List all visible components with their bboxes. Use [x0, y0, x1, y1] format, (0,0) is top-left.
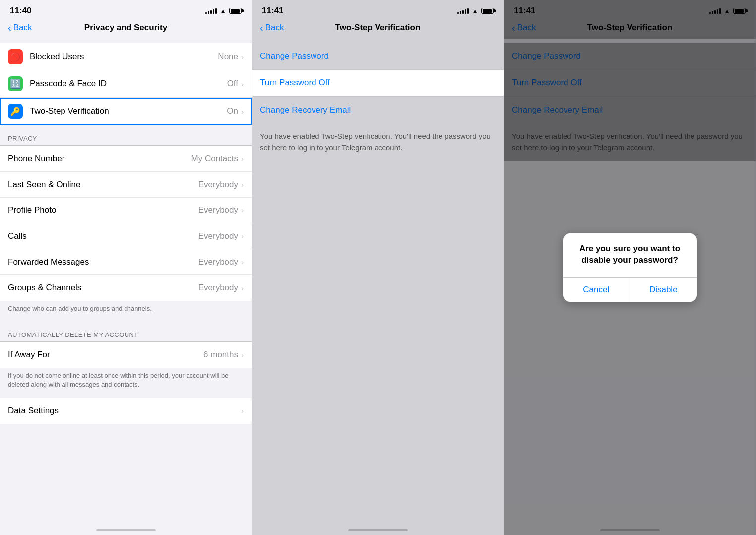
dialog-title: Are you sure you want to disable your pa…	[571, 243, 689, 265]
battery-icon-1	[229, 8, 242, 14]
two-step-chevron: ›	[241, 107, 244, 116]
groups-channels-chevron: ›	[241, 284, 244, 292]
two-step-item[interactable]: 🔑 Two-Step Verification On ›	[0, 98, 252, 125]
last-seen-label: Last Seen & Online	[8, 180, 198, 190]
data-settings-section: Data Settings ›	[0, 398, 252, 424]
back-chevron-2: ‹	[260, 23, 263, 33]
calls-label: Calls	[8, 231, 198, 241]
blocked-users-value: None	[218, 52, 238, 62]
forwarded-messages-item[interactable]: Forwarded Messages Everybody ›	[0, 249, 252, 275]
cancel-button[interactable]: Cancel	[563, 278, 630, 302]
calls-value: Everybody	[198, 231, 238, 241]
groups-channels-item[interactable]: Groups & Channels Everybody ›	[0, 275, 252, 301]
security-section: 🚫 Blocked Users None › 🔢 Passcode & Face…	[0, 43, 252, 125]
wifi-icon-1: ▲	[220, 7, 226, 15]
panel-two-step-2: 11:41 ▲ ‹	[504, 0, 756, 535]
last-seen-chevron: ›	[241, 180, 244, 189]
dialog-buttons: Cancel Disable	[563, 277, 697, 302]
change-recovery-email-item-1[interactable]: Change Recovery Email	[252, 96, 504, 123]
if-away-for-item[interactable]: If Away For 6 months ›	[0, 342, 252, 368]
last-seen-item[interactable]: Last Seen & Online Everybody ›	[0, 172, 252, 198]
panel-two-step-1: 11:41 ▲ ‹ Back Two-Step	[252, 0, 504, 535]
panel-privacy-security: 11:40 ▲ ‹ Back Privacy a	[0, 0, 252, 535]
change-password-label-1: Change Password	[260, 51, 329, 61]
change-recovery-email-label-1: Change Recovery Email	[260, 105, 351, 115]
status-bar-2: 11:41 ▲	[252, 0, 504, 19]
dialog-body: Are you sure you want to disable your pa…	[563, 233, 697, 277]
two-step-label: Two-Step Verification	[30, 106, 227, 116]
tsv-info-1: You have enabled Two-Step verification. …	[252, 123, 504, 161]
nav-bar-2: ‹ Back Two-Step Verification	[252, 19, 504, 39]
auto-delete-section: If Away For 6 months ›	[0, 341, 252, 368]
time-1: 11:40	[10, 6, 31, 16]
home-indicator-3	[600, 529, 660, 531]
dialog-overlay: Are you sure you want to disable your pa…	[504, 0, 756, 535]
two-step-icon: 🔑	[8, 104, 23, 119]
groups-channels-value: Everybody	[198, 283, 238, 293]
groups-channels-label: Groups & Channels	[8, 283, 198, 293]
status-icons-2: ▲	[457, 7, 494, 15]
blocked-users-item[interactable]: 🚫 Blocked Users None ›	[0, 43, 252, 70]
home-indicator-1	[96, 529, 156, 531]
if-away-for-label: If Away For	[8, 350, 203, 360]
turn-password-off-item-1[interactable]: Turn Password Off	[252, 69, 504, 96]
profile-photo-label: Profile Photo	[8, 205, 198, 215]
blocked-users-icon: 🚫	[8, 49, 23, 64]
nav-title-2: Two-Step Verification	[335, 23, 421, 33]
auto-delete-header: AUTOMATICALLY DELETE MY ACCOUNT	[0, 321, 252, 341]
calls-item[interactable]: Calls Everybody ›	[0, 223, 252, 249]
back-label-2: Back	[265, 23, 284, 33]
status-icons-1: ▲	[205, 7, 242, 15]
back-button-1[interactable]: ‹ Back	[8, 23, 32, 33]
tsv-menu-1: Change Password Turn Password Off Change…	[252, 43, 504, 123]
forwarded-messages-label: Forwarded Messages	[8, 257, 198, 267]
time-2: 11:41	[262, 6, 283, 16]
back-button-2[interactable]: ‹ Back	[260, 23, 284, 33]
privacy-section-header: PRIVACY	[0, 125, 252, 145]
change-password-item-1[interactable]: Change Password	[252, 43, 504, 69]
forwarded-messages-value: Everybody	[198, 257, 238, 267]
profile-photo-item[interactable]: Profile Photo Everybody ›	[0, 198, 252, 223]
passcode-item[interactable]: 🔢 Passcode & Face ID Off ›	[0, 70, 252, 98]
data-settings-label: Data Settings	[8, 406, 241, 416]
profile-photo-value: Everybody	[198, 205, 238, 215]
data-settings-item[interactable]: Data Settings ›	[0, 398, 252, 424]
phone-number-value: My Contacts	[191, 154, 238, 164]
wifi-icon-2: ▲	[472, 7, 478, 15]
signal-icon-2	[457, 8, 469, 14]
passcode-icon: 🔢	[8, 76, 23, 91]
home-indicator-2	[348, 529, 408, 531]
battery-icon-2	[481, 8, 494, 14]
two-step-value: On	[227, 106, 238, 116]
back-label-1: Back	[13, 23, 32, 33]
signal-icon-1	[205, 8, 217, 14]
forwarded-messages-chevron: ›	[241, 258, 244, 266]
if-away-for-value: 6 months	[203, 350, 238, 360]
passcode-label: Passcode & Face ID	[30, 79, 227, 89]
auto-delete-footer: If you do not come online at least once …	[0, 368, 252, 397]
nav-bar-1: ‹ Back Privacy and Security	[0, 19, 252, 39]
phone-number-chevron: ›	[241, 154, 244, 163]
status-bar-1: 11:40 ▲	[0, 0, 252, 19]
profile-photo-chevron: ›	[241, 206, 244, 214]
blocked-users-label: Blocked Users	[30, 52, 218, 62]
data-settings-chevron: ›	[241, 406, 244, 415]
if-away-for-chevron: ›	[241, 351, 244, 359]
phone-number-item[interactable]: Phone Number My Contacts ›	[0, 146, 252, 172]
privacy-section: Phone Number My Contacts › Last Seen & O…	[0, 145, 252, 301]
nav-title-1: Privacy and Security	[84, 23, 167, 33]
blocked-users-chevron: ›	[241, 53, 244, 61]
passcode-chevron: ›	[241, 80, 244, 88]
last-seen-value: Everybody	[198, 180, 238, 190]
turn-password-off-label-1: Turn Password Off	[260, 78, 330, 88]
back-chevron-1: ‹	[8, 23, 11, 33]
confirm-dialog: Are you sure you want to disable your pa…	[563, 233, 697, 301]
disable-button[interactable]: Disable	[630, 278, 697, 302]
passcode-value: Off	[227, 79, 238, 89]
phone-number-label: Phone Number	[8, 154, 191, 164]
privacy-section-footer: Change who can add you to groups and cha…	[0, 301, 252, 321]
calls-chevron: ›	[241, 232, 244, 240]
